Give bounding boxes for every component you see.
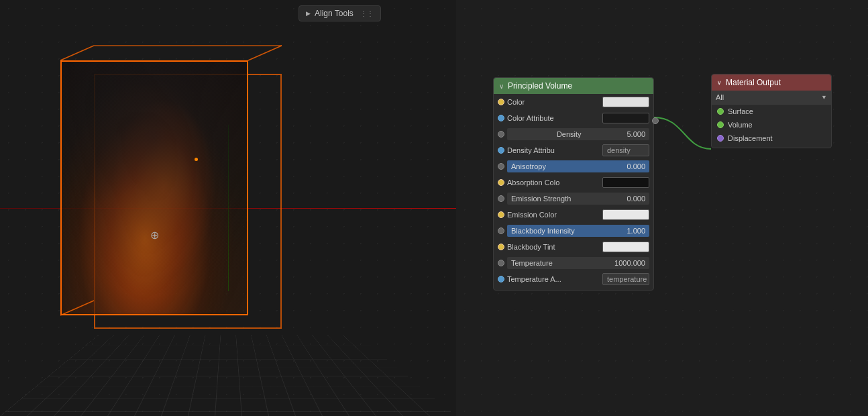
surface-row: Surface: [712, 105, 831, 118]
density-value: 5.000: [627, 130, 645, 138]
temperature-attrib-value[interactable]: temperature: [602, 273, 649, 285]
color-label: Color: [507, 98, 600, 106]
material-output-header: ∨ Material Output: [712, 74, 831, 91]
color-row: Color: [494, 94, 653, 110]
align-tools-chevron: ▶: [306, 10, 311, 17]
emission-strength-label: Emission Strength: [511, 195, 627, 203]
blackbody-intensity-label: Blackbody Intensity: [511, 227, 627, 235]
align-tools-menu-icon: ⋮⋮: [360, 10, 374, 17]
volume-cube: [60, 60, 288, 349]
align-tools-label: Align Tools: [315, 9, 354, 18]
material-output-node[interactable]: ∨ Material Output All ▼ Surface Volume D…: [711, 74, 832, 148]
color-socket[interactable]: [498, 99, 504, 105]
emission-strength-socket[interactable]: [498, 195, 504, 202]
color-attribute-row: Color Attribute: [494, 110, 653, 126]
material-output-select[interactable]: All ▼: [712, 91, 831, 105]
anisotropy-socket[interactable]: [498, 163, 504, 170]
color-value[interactable]: [602, 97, 649, 107]
surface-socket[interactable]: [717, 108, 724, 115]
principled-volume-title: Principled Volume: [508, 81, 572, 91]
material-select-chevron: ▼: [821, 94, 827, 101]
absorption-color-row: Absorption Colo: [494, 174, 653, 191]
material-select-value: All: [716, 93, 724, 101]
volume-socket[interactable]: [717, 121, 724, 128]
blackbody-tint-label: Blackbody Tint: [507, 243, 600, 251]
blackbody-intensity-row: Blackbody Intensity 1.000: [494, 223, 653, 239]
blackbody-tint-value[interactable]: [602, 242, 649, 252]
origin-dot: [195, 158, 198, 161]
absorption-color-value[interactable]: [602, 177, 649, 188]
anisotropy-value: 0.000: [627, 162, 645, 170]
emission-strength-row: Emission Strength 0.000: [494, 191, 653, 207]
blackbody-tint-socket[interactable]: [498, 244, 504, 250]
displacement-socket[interactable]: [717, 135, 724, 142]
blackbody-intensity-value: 1.000: [627, 227, 645, 235]
emission-color-socket[interactable]: [498, 211, 504, 218]
principled-volume-node[interactable]: ∨ Principled Volume Volume Color Color A…: [493, 77, 654, 291]
node-collapse-arrow: ∨: [499, 83, 504, 90]
temperature-attrib-socket[interactable]: [498, 276, 504, 282]
density-row: Density 5.000: [494, 126, 653, 142]
density-attrib-label: Density Attribu: [507, 146, 600, 154]
crosshair: ⊕: [148, 228, 161, 242]
anisotropy-row: Anisotropy 0.000: [494, 158, 653, 174]
emission-strength-value: 0.000: [627, 195, 645, 203]
temperature-value: 1000.000: [614, 259, 645, 267]
emission-color-row: Emission Color: [494, 207, 653, 223]
temperature-attrib-row: Temperature A... temperature: [494, 271, 653, 287]
displacement-row: Displacement: [712, 132, 831, 145]
temperature-socket[interactable]: [498, 260, 504, 266]
viewport: ⊕ ▶ Align Tools ⋮⋮: [0, 0, 456, 416]
absorption-color-socket[interactable]: [498, 179, 504, 186]
volume-row: Volume: [712, 118, 831, 132]
density-label: Density: [511, 130, 627, 138]
absorption-color-label: Absorption Colo: [507, 178, 600, 187]
color-attr-label: Color Attribute: [507, 114, 600, 122]
material-output-chevron: ∨: [717, 79, 722, 86]
color-attr-socket[interactable]: [498, 115, 504, 121]
principled-volume-header: ∨ Principled Volume: [494, 78, 653, 94]
blackbody-intensity-socket[interactable]: [498, 227, 504, 234]
volume-label: Volume: [728, 121, 753, 129]
emission-color-value[interactable]: [602, 209, 649, 220]
material-output-title: Material Output: [726, 78, 781, 87]
temperature-row: Temperature 1000.000: [494, 255, 653, 271]
density-attrib-row: Density Attribu density: [494, 142, 653, 158]
node-editor: ∨ Principled Volume Volume Color Color A…: [456, 0, 868, 416]
temperature-attrib-label: Temperature A...: [507, 275, 600, 283]
emission-color-label: Emission Color: [507, 211, 600, 219]
density-attrib-socket[interactable]: [498, 147, 504, 154]
temperature-label: Temperature: [511, 259, 614, 267]
surface-label: Surface: [728, 107, 753, 115]
blackbody-tint-row: Blackbody Tint: [494, 239, 653, 255]
color-attr-value[interactable]: [602, 113, 649, 123]
anisotropy-label: Anisotropy: [511, 162, 627, 170]
density-attrib-value[interactable]: density: [602, 144, 649, 156]
displacement-label: Displacement: [728, 134, 773, 142]
density-socket[interactable]: [498, 131, 504, 138]
align-tools-panel[interactable]: ▶ Align Tools ⋮⋮: [299, 5, 381, 21]
cube-front-face: [60, 60, 248, 315]
